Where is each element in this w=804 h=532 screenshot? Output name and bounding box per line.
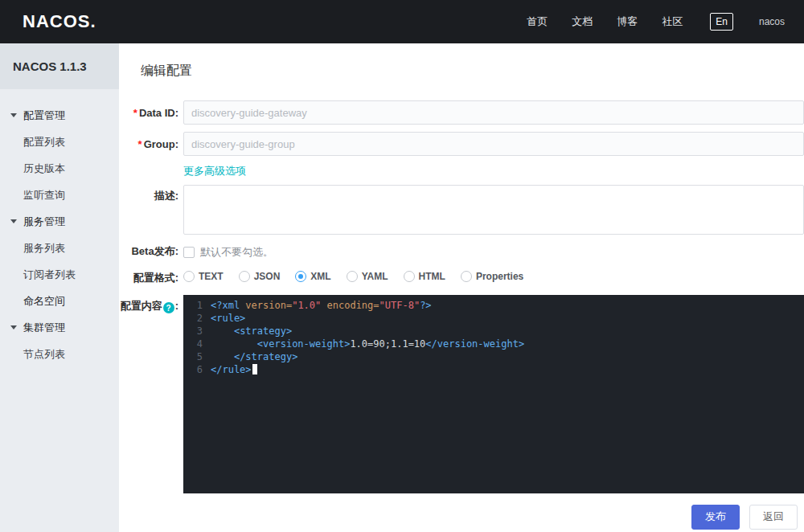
publish-button[interactable]: 发布 [691,505,740,530]
sidebar-item-label: 配置管理 [23,108,65,123]
sidebar-item-label: 服务管理 [23,215,65,229]
radio-icon [347,271,358,282]
code-line: 4 <version-weight>1.0=90;1.1=10</version… [183,338,804,350]
beta-label: Beta发布: [119,244,178,259]
sidebar-item-config-management[interactable]: 配置管理 [0,102,119,129]
format-radio-yaml[interactable]: YAML [347,271,388,282]
beta-checkbox[interactable] [183,247,195,258]
code-line: 6</rule> [183,363,804,376]
line-number: 3 [183,325,211,338]
sidebar-item-subscriber-list[interactable]: 订阅者列表 [0,261,119,288]
code-line: 5 </strategy> [183,350,804,363]
advanced-options-link[interactable]: 更多高级选项 [183,164,246,178]
radio-icon [183,271,195,282]
group-input [183,132,804,156]
top-navbar: NACOS. 首页 文档 博客 社区 En nacos [0,0,804,43]
nav-community[interactable]: 社区 [662,14,683,29]
group-label: *Group: [119,138,178,150]
data-id-label: *Data ID: [119,107,178,119]
data-id-field [183,100,804,125]
description-field [183,185,804,235]
sidebar-version: NACOS 1.1.3 [0,43,119,89]
format-radio-label: HTML [419,271,445,282]
format-label: 配置格式: [119,271,178,285]
required-mark: * [133,107,137,119]
page-layout: NACOS 1.1.3 配置管理配置列表历史版本监听查询服务管理服务列表订阅者列… [0,43,804,532]
sidebar-item-label: 命名空间 [23,294,65,309]
navbar-links: 首页 文档 博客 社区 En nacos [503,13,785,31]
sidebar-item-history-versions[interactable]: 历史版本 [0,155,119,182]
beta-row: Beta发布: 默认不要勾选。 [119,244,804,260]
line-number: 5 [183,350,211,363]
sidebar-item-cluster-management[interactable]: 集群管理 [0,314,119,341]
data-id-input [183,100,804,125]
content-label-colon: : [175,300,178,312]
format-radio-label: XML [310,271,330,282]
data-id-label-text: Data ID: [139,107,178,119]
group-row: *Group: [119,132,804,156]
nav-blog[interactable]: 博客 [617,14,638,29]
code-line: 3 <strategy> [183,325,804,338]
code-line: 2<rule> [183,312,804,325]
help-icon[interactable]: ? [163,302,174,313]
code-text: <version-weight>1.0=90;1.1=10</version-w… [211,338,524,350]
format-radio-label: YAML [362,271,388,282]
format-radio-xml[interactable]: XML [295,271,330,282]
back-button[interactable]: 返回 [749,505,798,530]
content-label-text: 配置内容 [121,300,162,312]
caret-down-icon [10,113,17,117]
nav-docs[interactable]: 文档 [572,14,593,29]
sidebar-item-label: 集群管理 [23,321,65,335]
page-title: 编辑配置 [141,63,804,80]
format-radio-label: JSON [254,271,281,282]
required-mark: * [138,138,142,150]
sidebar: NACOS 1.1.3 配置管理配置列表历史版本监听查询服务管理服务列表订阅者列… [0,43,119,532]
format-radio-html[interactable]: HTML [404,271,445,282]
description-textarea[interactable] [183,185,804,235]
sidebar-item-node-list[interactable]: 节点列表 [0,341,119,367]
code-text: </strategy> [211,350,297,363]
format-radio-group: TEXTJSONXMLYAMLHTMLProperties [183,271,804,285]
format-row: 配置格式: TEXTJSONXMLYAMLHTMLProperties [119,271,804,285]
content-row: 配置内容?: 1<?xml version="1.0" encoding="UT… [119,295,804,493]
text-cursor [252,364,257,374]
content-field: 1<?xml version="1.0" encoding="UTF-8"?>2… [183,295,804,493]
format-radio-json[interactable]: JSON [239,271,281,282]
format-radio-label: Properties [476,271,523,282]
format-radio-properties[interactable]: Properties [461,271,523,282]
radio-icon [461,271,472,282]
beta-field: 默认不要勾选。 [183,244,804,260]
nav-home[interactable]: 首页 [527,14,548,29]
content-label: 配置内容?: [119,295,178,314]
sidebar-item-namespace[interactable]: 命名空间 [0,288,119,314]
beta-hint: 默认不要勾选。 [200,246,273,258]
main-content: 编辑配置 *Data ID: *Group: 更多高级选项 描述: [119,43,804,532]
radio-icon [239,271,250,282]
format-radio-label: TEXT [199,271,224,282]
group-field [183,132,804,156]
code-line: 1<?xml version="1.0" encoding="UTF-8"?> [183,299,804,312]
action-buttons: 发布 返回 [119,505,804,530]
sidebar-item-service-list[interactable]: 服务列表 [0,235,119,261]
nacos-logo[interactable]: NACOS. [23,11,96,32]
advanced-options-row: 更多高级选项 [119,163,804,178]
sidebar-item-listening-query[interactable]: 监听查询 [0,182,119,208]
format-radio-text[interactable]: TEXT [183,271,224,282]
line-number: 1 [183,299,211,312]
description-label: 描述: [119,185,178,203]
code-text: <rule> [211,312,245,325]
radio-icon [404,271,415,282]
line-number: 2 [183,312,211,325]
user-menu[interactable]: nacos [759,16,785,27]
config-content-editor[interactable]: 1<?xml version="1.0" encoding="UTF-8"?>2… [183,295,804,493]
group-label-text: Group: [144,138,178,150]
language-toggle[interactable]: En [710,13,733,31]
radio-selected-icon [295,271,306,282]
description-row: 描述: [119,185,804,235]
code-text: <strategy> [211,325,292,338]
sidebar-item-config-list[interactable]: 配置列表 [0,129,119,155]
code-text: <?xml version="1.0" encoding="UTF-8"?> [211,299,432,312]
data-id-row: *Data ID: [119,100,804,125]
caret-down-icon [10,219,17,223]
sidebar-item-service-management[interactable]: 服务管理 [0,208,119,235]
